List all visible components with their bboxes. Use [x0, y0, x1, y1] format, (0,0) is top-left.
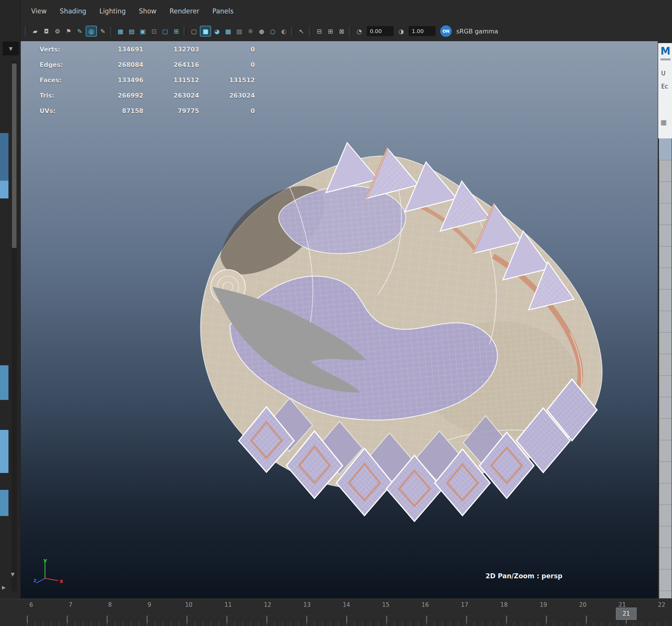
hud-row-edges: Edges: 268084 264116 0 [40, 57, 255, 72]
frame-label: 8 [106, 601, 114, 608]
frame-label: 14 [342, 601, 351, 608]
heads-up-display: Verts: 134691 132703 0 Edges: 268084 264… [40, 42, 255, 118]
maya-viewport-window: ▼ ▼ ▶ View Shading Lighting Show Rendere… [0, 0, 672, 626]
grease-pencil-icon[interactable]: ✎ [75, 26, 85, 36]
perspective-viewport[interactable]: Verts: 134691 132703 0 Edges: 268084 264… [20, 41, 659, 598]
right-panel-grid-selected-cell[interactable] [659, 138, 671, 160]
lights-icon[interactable]: ☼ [245, 26, 256, 36]
menu-show[interactable]: Show [139, 7, 156, 15]
exposure-field[interactable]: 0.00 [367, 26, 394, 36]
panel-menubar: View Shading Lighting Show Renderer Pane… [20, 0, 672, 22]
right-panel-item-u[interactable]: U [661, 70, 665, 77]
frame-label: 22 [657, 601, 666, 608]
hud-value: 132703 [143, 46, 199, 53]
rail-scrollbar-thumb[interactable] [12, 63, 17, 248]
resolution-gate-icon[interactable]: ▤ [126, 26, 137, 36]
current-frame-marker[interactable]: 21 [616, 608, 637, 620]
right-panel-item-ec[interactable]: Ec [661, 83, 668, 90]
frame-label: 20 [579, 601, 587, 608]
time-slider-minor-ticks [27, 622, 666, 626]
safe-action-icon[interactable]: ▢ [160, 26, 170, 36]
rail-collapse-button[interactable]: ▼ [3, 42, 19, 55]
select-tool-icon[interactable]: ↖ [296, 26, 307, 36]
frame-label: 6 [27, 601, 35, 608]
motion-blur-icon[interactable]: ◐ [279, 26, 289, 36]
hud-value: 264116 [143, 61, 199, 68]
right-panel-grid-column[interactable] [659, 138, 672, 598]
hud-value: 263024 [199, 92, 255, 99]
axis-x-label: x [60, 578, 63, 584]
rail-expand-right-icon[interactable]: ▶ [2, 584, 6, 590]
layout-four-pane-icon[interactable]: ⊞ [325, 26, 336, 36]
hud-value: 268084 [86, 61, 143, 68]
grid-panel-icon[interactable]: ▦ [660, 118, 667, 126]
frame-label: 18 [500, 601, 508, 608]
camera-attributes-icon[interactable]: ⚙ [52, 26, 63, 36]
srgb-gamma-label[interactable]: sRGB gamma [456, 28, 498, 35]
chevron-down-icon: ▼ [9, 46, 13, 52]
toolbar-separator [110, 27, 113, 36]
frame-label: 16 [421, 601, 429, 608]
frame-label: 17 [461, 601, 469, 608]
film-gate-icon[interactable]: ▦ [115, 26, 126, 36]
hud-value: 133496 [86, 77, 143, 84]
toolbar-separator [184, 27, 186, 36]
occlusion-icon[interactable]: ○ [268, 26, 278, 36]
bookmark-icon[interactable]: ⚑ [63, 26, 74, 36]
hud-value: 131512 [199, 77, 255, 84]
textured-display-icon[interactable]: ▩ [223, 26, 233, 36]
hud-value: 0 [199, 107, 255, 115]
menu-view[interactable]: View [31, 7, 47, 15]
hud-label: Tris: [40, 92, 86, 99]
select-camera-icon[interactable]: ▰ [30, 26, 40, 36]
maya-logo-subtext [660, 58, 670, 60]
rail-tab-3[interactable] [0, 365, 8, 400]
menu-shading[interactable]: Shading [60, 7, 86, 15]
shade-textured-icon[interactable]: ◕ [212, 26, 222, 36]
time-slider[interactable]: 6 7 8 9 10 11 12 13 14 15 16 17 18 19 20… [0, 599, 672, 626]
frame-label: 7 [67, 601, 75, 608]
isolate-select-icon[interactable]: ◎ [86, 26, 97, 37]
hud-row-verts: Verts: 134691 132703 0 [40, 42, 255, 57]
shadows-icon[interactable]: ● [256, 26, 267, 36]
menu-renderer[interactable]: Renderer [170, 7, 200, 15]
hud-value: 0 [199, 46, 255, 53]
pencil-tool-icon[interactable]: ✎ [98, 26, 108, 36]
hud-value: 131512 [143, 77, 199, 84]
safe-title-icon[interactable]: ⊞ [171, 26, 181, 36]
rail-tab-4[interactable] [0, 430, 8, 473]
exposure-icon[interactable]: ◔ [354, 26, 364, 36]
frame-label: 12 [263, 601, 272, 608]
axis-z-label: z [33, 577, 37, 583]
smooth-shade-icon[interactable]: ■ [200, 26, 211, 37]
lock-camera-icon[interactable]: ◘ [41, 26, 52, 36]
time-slider-ruler: 6 7 8 9 10 11 12 13 14 15 16 17 18 19 20… [27, 601, 666, 608]
hud-label: UVs: [40, 107, 86, 115]
hud-label: Faces: [40, 77, 86, 84]
gate-mask-icon[interactable]: ▣ [138, 26, 148, 36]
menu-lighting[interactable]: Lighting [99, 7, 126, 15]
wireframe-display-icon[interactable]: ▢ [189, 26, 199, 36]
hud-row-uvs: UVs: 87158 79775 0 [40, 103, 255, 118]
right-panel-header: M U Ec ▦ [658, 43, 672, 138]
gamma-on-toggle[interactable]: ON [440, 25, 452, 37]
toolbar-separator [309, 27, 312, 36]
rail-expand-down-icon[interactable]: ▼ [11, 571, 15, 577]
model-wireframe-shoe[interactable] [20, 41, 659, 598]
contrast-icon[interactable]: ◑ [396, 26, 406, 36]
hud-value: 87158 [86, 107, 143, 115]
layout-frame-icon[interactable]: ⊠ [336, 26, 347, 36]
left-toolbox-rail: ▼ ▼ ▶ [0, 0, 21, 626]
menu-panels[interactable]: Panels [213, 7, 234, 15]
field-chart-icon[interactable]: ⊡ [149, 26, 159, 36]
hud-value: 263024 [143, 92, 199, 99]
panel-chrome: View Shading Lighting Show Renderer Pane… [20, 0, 672, 41]
contrast-field[interactable]: 1.00 [409, 26, 436, 36]
hud-row-tris: Tris: 266992 263024 263024 [40, 88, 255, 103]
rail-tab-1[interactable] [0, 133, 8, 181]
layout-single-pane-icon[interactable]: ⊟ [314, 26, 324, 36]
rail-tab-2[interactable] [0, 181, 8, 198]
rail-tab-5[interactable] [0, 490, 8, 516]
use-default-material-icon[interactable]: ▨ [234, 26, 245, 36]
toolbar-separator [291, 27, 294, 36]
